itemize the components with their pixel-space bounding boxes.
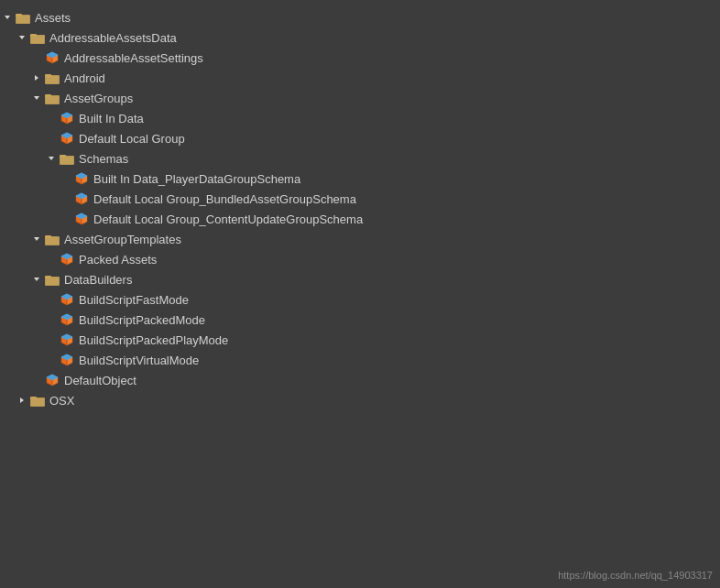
tree-arrow-asset-groups[interactable] — [29, 91, 44, 105]
item-label-build-script-virtual-mode: BuildScriptVirtualMode — [79, 354, 199, 367]
tree-item-build-script-virtual-mode[interactable]: BuildScriptVirtualMode — [0, 350, 720, 370]
item-label-default-object: DefaultObject — [64, 374, 136, 387]
tree-item-default-local-group[interactable]: Default Local Group — [0, 128, 720, 148]
asset-cube-icon — [59, 312, 75, 327]
tree-item-default-local-group-schema[interactable]: Default Local Group_BundledAssetGroupSch… — [0, 189, 720, 209]
item-label-schemas: Schemas — [79, 152, 128, 166]
item-label-build-script-packed-play-mode: BuildScriptPackedPlayMode — [79, 333, 228, 347]
tree-item-default-local-group-content-schema[interactable]: Default Local Group_ContentUpdateGroupSc… — [0, 209, 720, 229]
svg-marker-59 — [34, 278, 39, 281]
tree-arrow-osx[interactable] — [15, 393, 29, 408]
item-label-asset-group-templates: AssetGroupTemplates — [64, 233, 181, 246]
svg-rect-91 — [31, 398, 44, 406]
svg-rect-3 — [16, 16, 29, 23]
asset-cube-icon — [73, 191, 90, 206]
asset-cube-icon — [59, 292, 75, 307]
svg-rect-34 — [60, 157, 73, 164]
asset-cube-icon — [59, 332, 75, 347]
folder-icon — [44, 71, 60, 84]
file-tree: Assets AddressableAssetsData Addressable… — [0, 0, 720, 418]
item-label-android: Android — [64, 71, 105, 85]
asset-cube-icon — [44, 373, 60, 387]
svg-rect-62 — [46, 278, 59, 285]
tree-item-schemas[interactable]: Schemas — [0, 148, 720, 169]
tree-item-build-script-fast-mode[interactable]: BuildScriptFastMode — [0, 289, 720, 310]
tree-arrow-schemas[interactable] — [44, 151, 59, 166]
watermark: https://blog.csdn.net/qq_14903317 — [558, 570, 713, 581]
svg-rect-7 — [31, 36, 44, 43]
item-label-osx: OSX — [49, 394, 74, 408]
tree-arrow-android[interactable] — [29, 71, 44, 85]
tree-item-osx[interactable]: OSX — [0, 390, 720, 410]
item-label-default-local-group-content-schema: Default Local Group_ContentUpdateGroupSc… — [93, 212, 363, 226]
item-label-addressable-asset-settings: AddressableAssetSettings — [64, 51, 203, 65]
asset-cube-icon — [59, 353, 75, 367]
item-label-default-local-group: Default Local Group — [79, 132, 185, 146]
tree-item-addressable-assets-data[interactable]: AddressableAssetsData — [0, 27, 720, 48]
item-label-built-in-data: Built In Data — [79, 112, 144, 125]
svg-rect-53 — [46, 237, 59, 245]
folder-icon — [44, 273, 60, 286]
tree-item-packed-assets[interactable]: Packed Assets — [0, 249, 720, 269]
item-label-built-in-data-schema: Built In Data_PlayerDataGroupSchema — [93, 172, 300, 186]
svg-marker-50 — [34, 237, 39, 241]
tree-item-built-in-data-schema[interactable]: Built In Data_PlayerDataGroupSchema — [0, 169, 720, 189]
asset-cube-icon — [59, 252, 75, 267]
item-label-data-builders: DataBuilders — [64, 273, 132, 287]
tree-arrow-asset-group-templates[interactable] — [29, 232, 44, 246]
folder-icon — [29, 31, 46, 44]
svg-marker-4 — [19, 36, 25, 39]
asset-cube-icon — [59, 111, 75, 125]
tree-item-data-builders[interactable]: DataBuilders — [0, 269, 720, 289]
tree-arrow-addressable-assets-data[interactable] — [15, 30, 29, 45]
asset-cube-icon — [44, 50, 60, 65]
tree-item-build-script-packed-mode[interactable]: BuildScriptPackedMode — [0, 310, 720, 330]
asset-cube-icon — [59, 131, 75, 146]
item-label-default-local-group-schema: Default Local Group_BundledAssetGroupSch… — [93, 192, 356, 206]
item-label-build-script-packed-mode: BuildScriptPackedMode — [79, 313, 205, 327]
tree-item-built-in-data[interactable]: Built In Data — [0, 108, 720, 128]
tree-item-asset-groups[interactable]: AssetGroups — [0, 88, 720, 108]
item-label-addressable-assets-data: AddressableAssetsData — [49, 31, 177, 45]
tree-item-build-script-packed-play-mode[interactable]: BuildScriptPackedPlayMode — [0, 330, 720, 350]
folder-icon — [15, 11, 31, 24]
item-label-packed-assets: Packed Assets — [79, 253, 157, 267]
folder-icon — [29, 394, 46, 407]
tree-item-android[interactable]: Android — [0, 68, 720, 88]
folder-icon — [44, 92, 60, 104]
tree-item-addressable-asset-settings[interactable]: AddressableAssetSettings — [0, 48, 720, 68]
asset-cube-icon — [73, 171, 90, 186]
tree-arrow-assets[interactable] — [0, 10, 15, 25]
svg-marker-88 — [20, 397, 24, 403]
svg-rect-20 — [46, 96, 59, 103]
svg-marker-0 — [5, 16, 10, 19]
tree-arrow-data-builders[interactable] — [29, 272, 44, 287]
svg-rect-16 — [46, 76, 59, 83]
folder-icon — [44, 233, 60, 245]
svg-marker-17 — [34, 96, 39, 100]
asset-cube-icon — [73, 212, 90, 226]
folder-icon — [59, 152, 75, 165]
item-label-build-script-fast-mode: BuildScriptFastMode — [79, 293, 189, 307]
svg-marker-13 — [35, 75, 38, 81]
item-label-assets: Assets — [35, 11, 71, 25]
svg-marker-31 — [49, 157, 54, 160]
tree-item-asset-group-templates[interactable]: AssetGroupTemplates — [0, 229, 720, 249]
tree-item-assets[interactable]: Assets — [0, 7, 720, 27]
item-label-asset-groups: AssetGroups — [64, 92, 133, 105]
tree-item-default-object[interactable]: DefaultObject — [0, 370, 720, 390]
